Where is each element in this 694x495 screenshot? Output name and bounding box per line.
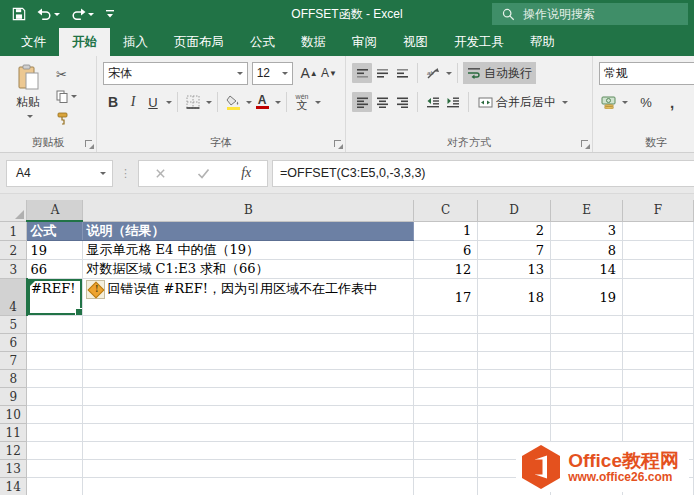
cell-F4[interactable] <box>623 279 694 316</box>
phonetic-guide-button[interactable]: wén 文 <box>292 92 312 112</box>
number-format-combo[interactable]: 常规 <box>599 62 694 85</box>
cell-C6[interactable] <box>414 334 478 352</box>
row-header-6[interactable]: 6 <box>0 334 27 352</box>
cell-A7[interactable] <box>27 352 83 370</box>
cell-B11[interactable] <box>83 424 414 442</box>
tab-插入[interactable]: 插入 <box>110 28 161 56</box>
tab-数据[interactable]: 数据 <box>288 28 339 56</box>
cell-D2[interactable]: 7 <box>478 241 551 260</box>
cell-A10[interactable] <box>27 406 83 424</box>
cell-C13[interactable] <box>414 460 478 478</box>
cell-E6[interactable] <box>551 334 623 352</box>
cell-F6[interactable] <box>623 334 694 352</box>
cell-E4[interactable]: 19 <box>551 279 623 316</box>
accounting-format-button[interactable] <box>599 92 619 112</box>
underline-dropdown[interactable] <box>166 101 172 107</box>
name-box-dropdown[interactable] <box>100 172 106 178</box>
font-color-dropdown[interactable] <box>275 101 281 107</box>
save-button[interactable] <box>12 7 26 21</box>
cell-D6[interactable] <box>478 334 551 352</box>
orientation-dropdown[interactable] <box>446 72 452 78</box>
cell-E11[interactable] <box>551 424 623 442</box>
cell-B4[interactable]: !回错误值 #REF!，因为引用区域不在工作表中 <box>83 279 414 316</box>
bold-button[interactable]: B <box>103 92 123 112</box>
cell-D11[interactable] <box>478 424 551 442</box>
borders-button[interactable] <box>183 92 203 112</box>
cell-C2[interactable]: 6 <box>414 241 478 260</box>
align-right-button[interactable] <box>392 92 412 112</box>
tab-页面布局[interactable]: 页面布局 <box>161 28 237 56</box>
cell-F1[interactable] <box>623 221 694 241</box>
alignment-dialog-launcher[interactable] <box>580 139 590 149</box>
col-header-E[interactable]: E <box>551 200 623 221</box>
cell-B10[interactable] <box>83 406 414 424</box>
underline-button[interactable]: U <box>143 92 163 112</box>
cell-C10[interactable] <box>414 406 478 424</box>
formula-input[interactable]: =OFFSET(C3:E5,0,-3,3,3) <box>272 160 694 187</box>
font-color-button[interactable]: A <box>252 92 272 112</box>
merge-center-dropdown[interactable] <box>562 101 568 107</box>
tell-me-search-box[interactable]: 操作说明搜索 <box>492 3 688 25</box>
cell-F8[interactable] <box>623 370 694 388</box>
cell-C3[interactable]: 12 <box>414 260 478 279</box>
cell-A13[interactable] <box>27 460 83 478</box>
cell-F11[interactable] <box>623 424 694 442</box>
cell-E3[interactable]: 14 <box>551 260 623 279</box>
font-name-combo[interactable]: 宋体 <box>103 62 248 85</box>
clipboard-dialog-launcher[interactable] <box>84 139 94 149</box>
middle-align-button[interactable] <box>372 63 392 83</box>
cell-B2[interactable]: 显示单元格 E4 中的值（19） <box>83 241 414 260</box>
cell-D9[interactable] <box>478 388 551 406</box>
merge-center-button[interactable]: 合并后居中 <box>474 91 572 113</box>
paste-dropdown[interactable] <box>27 115 33 121</box>
top-align-button[interactable] <box>352 63 372 83</box>
cell-F5[interactable] <box>623 316 694 334</box>
row-header-7[interactable]: 7 <box>0 352 27 370</box>
cell-B14[interactable] <box>83 478 414 495</box>
cell-E7[interactable] <box>551 352 623 370</box>
row-header-3[interactable]: 3 <box>0 260 27 279</box>
cell-A12[interactable] <box>27 442 83 460</box>
align-center-button[interactable] <box>372 92 392 112</box>
cell-A5[interactable] <box>27 316 83 334</box>
phonetic-dropdown[interactable] <box>315 101 321 107</box>
row-header-1[interactable]: 1 <box>0 221 27 241</box>
cell-B9[interactable] <box>83 388 414 406</box>
tab-公式[interactable]: 公式 <box>237 28 288 56</box>
cell-E1[interactable]: 3 <box>551 221 623 241</box>
cell-E5[interactable] <box>551 316 623 334</box>
cell-E10[interactable] <box>551 406 623 424</box>
error-options-button[interactable]: ! <box>86 280 105 299</box>
cell-C12[interactable] <box>414 442 478 460</box>
cell-D1[interactable]: 2 <box>478 221 551 241</box>
cell-A9[interactable] <box>27 388 83 406</box>
cell-B5[interactable] <box>83 316 414 334</box>
row-header-8[interactable]: 8 <box>0 370 27 388</box>
copy-dropdown[interactable] <box>71 95 77 101</box>
cell-D5[interactable] <box>478 316 551 334</box>
borders-dropdown[interactable] <box>206 101 212 107</box>
tab-帮助[interactable]: 帮助 <box>517 28 568 56</box>
cut-button[interactable]: ✂ <box>54 66 79 82</box>
enter-button[interactable] <box>197 168 210 179</box>
col-header-A[interactable]: A <box>27 200 83 221</box>
accounting-format-dropdown[interactable] <box>622 101 628 107</box>
cell-D10[interactable] <box>478 406 551 424</box>
percent-style-button[interactable]: % <box>636 92 656 112</box>
cell-A2[interactable]: 19 <box>27 241 83 260</box>
col-header-B[interactable]: B <box>83 200 414 221</box>
orientation-button[interactable]: ab <box>423 63 443 83</box>
cell-A3[interactable]: 66 <box>27 260 83 279</box>
col-header-F[interactable]: F <box>623 200 694 221</box>
cell-E2[interactable]: 8 <box>551 241 623 260</box>
row-header-4[interactable]: 4 <box>0 279 27 316</box>
row-header-13[interactable]: 13 <box>0 460 27 478</box>
cell-B3[interactable]: 对数据区域 C1:E3 求和（66） <box>83 260 414 279</box>
fill-color-button[interactable] <box>223 92 243 112</box>
cell-A8[interactable] <box>27 370 83 388</box>
cell-A1[interactable]: 公式 <box>27 221 83 241</box>
insert-function-button[interactable]: fx <box>241 165 251 181</box>
cancel-button[interactable] <box>155 168 166 179</box>
cell-E9[interactable] <box>551 388 623 406</box>
decrease-indent-button[interactable] <box>423 92 443 112</box>
